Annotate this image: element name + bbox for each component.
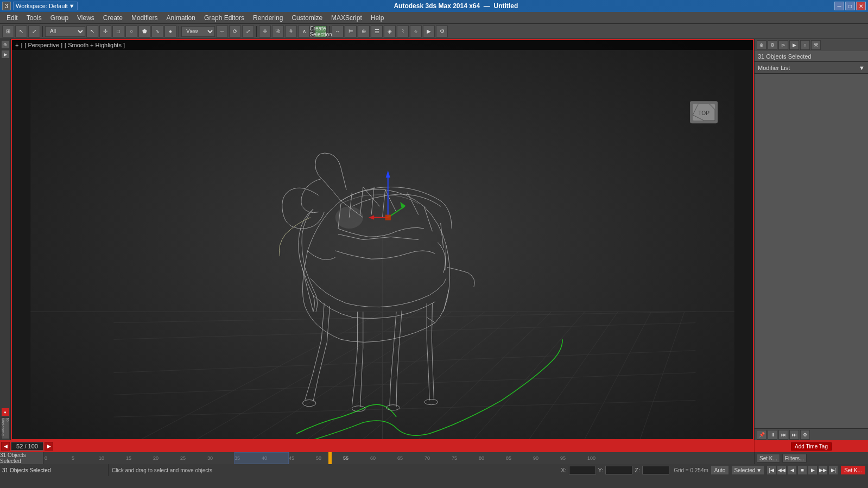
next-frame-btn[interactable]: ▶▶ (818, 465, 828, 475)
view-mode-dropdown[interactable]: View World Screen (181, 26, 215, 37)
prev-frame-btn[interactable]: ◀◀ (777, 465, 787, 475)
animate-btn[interactable]: Set K... (840, 465, 866, 475)
toolbar-box[interactable]: □ (112, 26, 124, 37)
rp-prev-btn[interactable]: ⏮ (778, 430, 788, 440)
menu-help[interactable]: Help (366, 13, 389, 23)
toolbar-transform[interactable]: ↔ (216, 26, 228, 37)
toolbar-select[interactable]: ↖ (86, 26, 98, 37)
x-value[interactable] (569, 466, 596, 474)
y-value[interactable] (605, 466, 632, 474)
timeline-nav-left[interactable]: ◀ (1, 442, 10, 451)
left-panel-btn-2[interactable]: ▶ (1, 50, 10, 59)
minimize-button[interactable]: ─ (834, 2, 844, 10)
z-value[interactable] (642, 466, 669, 474)
toolbar-num[interactable]: # (285, 26, 297, 37)
set-key-btn[interactable]: Set K... (757, 454, 780, 462)
play-back-btn[interactable]: ◀ (787, 465, 797, 475)
svg-text:0: 0 (45, 455, 47, 461)
menu-customize[interactable]: Customize (287, 13, 327, 23)
svg-text:95: 95 (560, 455, 566, 461)
svg-text:90: 90 (533, 455, 538, 461)
toolbar-move-gizmo[interactable]: ✛ (259, 26, 271, 37)
go-start-btn[interactable]: |◀ (766, 465, 776, 475)
toolbar-move[interactable]: ✛ (99, 26, 111, 37)
toolbar-curve-editor[interactable]: ⌇ (397, 26, 409, 37)
toolbar-icon-3[interactable]: ⤢ (28, 26, 40, 37)
toolbar-lasso[interactable]: ∿ (151, 26, 163, 37)
menu-maxscript[interactable]: MAXScript (327, 13, 366, 23)
menu-create[interactable]: Create (99, 13, 127, 23)
toolbar-scale-btn[interactable]: ⤢ (242, 26, 254, 37)
frame-display[interactable]: 52 / 100 (11, 442, 43, 451)
menu-rendering[interactable]: Rendering (249, 13, 287, 23)
selected-dropdown[interactable]: Selected ▼ (731, 465, 764, 475)
rp-hierarchy-btn[interactable]: ⊳ (778, 40, 788, 50)
track-ruler-container[interactable]: 0 5 10 15 20 25 30 35 40 45 50 55 60 65 … (43, 452, 754, 464)
filters-btn[interactable]: Filters... (782, 454, 807, 462)
right-panel: ⊕ ⚙ ⊳ ▶ ○ ⚒ 31 Objects Selected Modifier… (754, 39, 868, 440)
add-time-tag-btn[interactable]: Add Time Tag (791, 442, 832, 451)
rp-pause-btn[interactable]: ⏸ (768, 430, 777, 440)
toolbar-rotate-btn[interactable]: ⟳ (229, 26, 241, 37)
app-icon[interactable]: 3 (2, 2, 11, 10)
toolbar-snaps[interactable]: ∧ (298, 26, 310, 37)
menu-modifiers[interactable]: Modifiers (127, 13, 162, 23)
toolbar-icon-2[interactable]: ↖ (15, 26, 27, 37)
rp-utility-btn[interactable]: ⚒ (811, 40, 821, 50)
menu-group[interactable]: Group (46, 13, 73, 23)
close-button[interactable]: ✕ (856, 2, 866, 10)
viewport-shading[interactable]: [ Smooth + Highlights ] (65, 42, 125, 48)
toolbar-percent[interactable]: % (272, 26, 284, 37)
maximize-button[interactable]: □ (845, 2, 855, 10)
create-selection-btn[interactable]: Create Selection (315, 26, 327, 37)
toolbar-circle[interactable]: ○ (125, 26, 137, 37)
rp-settings-btn[interactable]: ⚙ (800, 430, 810, 440)
rp-modify-btn[interactable]: ⚙ (768, 40, 777, 50)
viewport-container[interactable]: + | [ Perspective ] [ Smooth + Highlight… (11, 39, 754, 440)
play-fwd-btn[interactable]: ▶ (808, 465, 818, 475)
viewport-view[interactable]: [ Perspective ] (24, 42, 62, 48)
menu-views[interactable]: Views (73, 13, 99, 23)
selection-filter-dropdown[interactable]: All Geometry Shapes Lights Cameras Helpe… (45, 26, 85, 37)
toolbar-mirror[interactable]: ↔ (332, 26, 344, 37)
go-end-btn[interactable]: ▶| (828, 465, 838, 475)
welcome-tab[interactable]: Welcome to (1, 417, 10, 439)
left-panel-btn-1[interactable]: ⊕ (1, 40, 10, 49)
svg-line-32 (383, 190, 385, 218)
rp-next-btn[interactable]: ⏭ (789, 430, 799, 440)
rp-pin-btn[interactable]: 📌 (757, 430, 766, 440)
svg-line-25 (445, 245, 446, 270)
toolbar-fence[interactable]: ⬟ (138, 26, 150, 37)
auto-btn[interactable]: Auto (711, 465, 730, 475)
rp-display-btn[interactable]: ○ (800, 40, 810, 50)
toolbar-paint[interactable]: ● (164, 26, 176, 37)
svg-line-29 (349, 193, 352, 218)
rp-motion-btn[interactable]: ▶ (789, 40, 799, 50)
menu-edit[interactable]: Edit (2, 13, 22, 23)
grid-label: Grid = 0.254m (674, 467, 708, 473)
toolbar-layers[interactable]: ☰ (371, 26, 383, 37)
menu-graph-editors[interactable]: Graph Editors (200, 13, 249, 23)
svg-rect-98 (235, 452, 289, 464)
toolbar-group-btn[interactable]: ⊕ (358, 26, 370, 37)
toolbar-align[interactable]: ⊨ (345, 26, 357, 37)
stop-btn[interactable]: ■ (797, 465, 807, 475)
menu-animation[interactable]: Animation (162, 13, 200, 23)
timeline-nav-right[interactable]: ▶ (45, 442, 53, 451)
modifier-list-dropdown[interactable]: Modifier List ▼ (755, 62, 868, 74)
right-anim-panel: Set K... Filters... (754, 452, 868, 464)
toolbar-render[interactable]: ▶ (423, 26, 435, 37)
toolbar-schematic[interactable]: ⟐ (410, 26, 422, 37)
svg-text:TOP: TOP (698, 110, 709, 116)
svg-line-27 (427, 317, 435, 322)
left-panel-record-btn[interactable]: ● (1, 408, 10, 416)
rp-create-btn[interactable]: ⊕ (757, 40, 766, 50)
toolbar-render-setup[interactable]: ⚙ (436, 26, 448, 37)
menu-tools[interactable]: Tools (22, 13, 46, 23)
viewport-plus[interactable]: + (15, 42, 18, 48)
svg-line-3 (252, 312, 452, 439)
svg-line-22 (407, 193, 418, 215)
toolbar-material[interactable]: ◈ (384, 26, 396, 37)
workspace-dropdown[interactable]: Workspace: Default ▼ (13, 2, 78, 10)
toolbar-icon-1[interactable]: ⊞ (2, 26, 14, 37)
